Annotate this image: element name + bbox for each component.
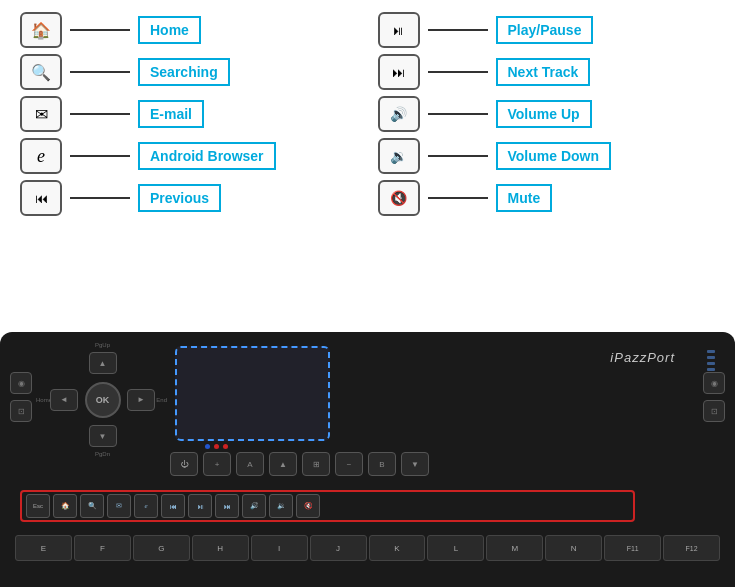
side-right-btn-1[interactable]: ◉ xyxy=(703,372,725,394)
connector xyxy=(428,29,488,31)
key-g[interactable]: G xyxy=(133,535,190,561)
ctrl-screen[interactable]: ⊞ xyxy=(302,452,330,476)
dpad-left[interactable]: ◄ xyxy=(50,389,78,411)
pgdn-label: PgDn xyxy=(95,451,110,457)
led-dot-1 xyxy=(205,444,210,449)
previous-label: Previous xyxy=(138,184,221,212)
dpad-up[interactable]: ▲ xyxy=(89,352,117,374)
vol-bar-2 xyxy=(707,356,715,359)
side-right-btn-2[interactable]: ⊡ xyxy=(703,400,725,422)
mini-key-volup[interactable]: 🔊 xyxy=(242,494,266,518)
next-track-key-icon: ⏭ xyxy=(378,54,420,90)
mute-key-icon: 🔇 xyxy=(378,180,420,216)
special-key-row: Esc 🏠 🔍 ✉ e ⏮ ⏯ ⏭ 🔊 🔉 🔇 xyxy=(20,490,635,522)
ctrl-row: ⏻ + A ▲ ⊞ − B ▼ xyxy=(170,452,429,476)
ctrl-power[interactable]: ⏻ xyxy=(170,452,198,476)
dpad: PgUp ▲ Home ◄ OK ► End ▼ PgDn xyxy=(50,352,155,447)
side-buttons-right: ◉ ⊡ xyxy=(703,372,725,422)
ctrl-minus[interactable]: − xyxy=(335,452,363,476)
mini-key-playpause[interactable]: ⏯ xyxy=(188,494,212,518)
email-key-icon: ✉ xyxy=(20,96,62,132)
dpad-ok[interactable]: OK xyxy=(85,382,121,418)
key-f[interactable]: F xyxy=(74,535,131,561)
side-buttons-left: ◉ ⊡ xyxy=(10,372,32,422)
vol-bar-1 xyxy=(707,350,715,353)
volume-up-label: Volume Up xyxy=(496,100,592,128)
legend-item-volume-up: 🔊 Volume Up xyxy=(378,96,716,132)
led-dot-2 xyxy=(214,444,219,449)
legend-item-previous: ⏮ Previous xyxy=(20,180,358,216)
play-pause-label: Play/Pause xyxy=(496,16,594,44)
key-j[interactable]: J xyxy=(310,535,367,561)
home-key-icon: 🏠 xyxy=(20,12,62,48)
home-label: Home xyxy=(138,16,201,44)
ctrl-a[interactable]: A xyxy=(236,452,264,476)
searching-label: Searching xyxy=(138,58,230,86)
key-n[interactable]: N xyxy=(545,535,602,561)
play-pause-key-icon: ⏯ xyxy=(378,12,420,48)
mini-key-search[interactable]: 🔍 xyxy=(80,494,104,518)
email-label: E-mail xyxy=(138,100,204,128)
ctrl-b[interactable]: B xyxy=(368,452,396,476)
connector xyxy=(428,155,488,157)
android-browser-label: Android Browser xyxy=(138,142,276,170)
previous-key-icon: ⏮ xyxy=(20,180,62,216)
search-key-icon: 🔍 xyxy=(20,54,62,90)
mini-key-next[interactable]: ⏭ xyxy=(215,494,239,518)
legend-item-volume-down: 🔉 Volume Down xyxy=(378,138,716,174)
mini-key-mute[interactable]: 🔇 xyxy=(296,494,320,518)
connector xyxy=(70,71,130,73)
legend-item-searching: 🔍 Searching xyxy=(20,54,358,90)
vol-bar-3 xyxy=(707,362,715,365)
mini-key-browser[interactable]: e xyxy=(134,494,158,518)
alpha-row: E F G H I J K L M N F11 F12 xyxy=(15,534,720,562)
connector xyxy=(70,29,130,31)
key-f12[interactable]: F12 xyxy=(663,535,720,561)
browser-key-icon: e xyxy=(20,138,62,174)
led-dots xyxy=(205,444,228,449)
dpad-down[interactable]: ▼ xyxy=(89,425,117,447)
legend-area: 🏠 Home 🔍 Searching ✉ E-mail e Android Br… xyxy=(0,0,735,224)
ctrl-plus[interactable]: + xyxy=(203,452,231,476)
legend-item-email: ✉ E-mail xyxy=(20,96,358,132)
key-f11[interactable]: F11 xyxy=(604,535,661,561)
legend-item-mute: 🔇 Mute xyxy=(378,180,716,216)
connector xyxy=(428,71,488,73)
connector xyxy=(70,113,130,115)
vol-bar-4 xyxy=(707,368,715,371)
connector xyxy=(428,197,488,199)
ctrl-up[interactable]: ▲ xyxy=(269,452,297,476)
brand-label: iPazzPort xyxy=(610,350,675,365)
connector xyxy=(428,113,488,115)
keyboard-image: iPazzPort PgUp ▲ Home ◄ OK ► End ▼ PgDn … xyxy=(0,332,735,587)
volume-down-label: Volume Down xyxy=(496,142,612,170)
mini-key-voldown[interactable]: 🔉 xyxy=(269,494,293,518)
mute-label: Mute xyxy=(496,184,553,212)
key-m[interactable]: M xyxy=(486,535,543,561)
end-label: End xyxy=(156,397,167,403)
legend-item-home: 🏠 Home xyxy=(20,12,358,48)
key-l[interactable]: L xyxy=(427,535,484,561)
key-k[interactable]: K xyxy=(369,535,426,561)
mini-key-mail[interactable]: ✉ xyxy=(107,494,131,518)
mini-key-prev[interactable]: ⏮ xyxy=(161,494,185,518)
legend-item-next-track: ⏭ Next Track xyxy=(378,54,716,90)
legend-left-col: 🏠 Home 🔍 Searching ✉ E-mail e Android Br… xyxy=(20,12,358,216)
key-h[interactable]: H xyxy=(192,535,249,561)
dpad-right[interactable]: ► xyxy=(127,389,155,411)
mini-key-esc[interactable]: Esc xyxy=(26,494,50,518)
side-left-btn-2[interactable]: ⊡ xyxy=(10,400,32,422)
pgup-label: PgUp xyxy=(95,342,110,348)
key-e[interactable]: E xyxy=(15,535,72,561)
led-dot-3 xyxy=(223,444,228,449)
touchpad[interactable] xyxy=(175,346,330,441)
side-left-btn-1[interactable]: ◉ xyxy=(10,372,32,394)
keyboard-inner: iPazzPort PgUp ▲ Home ◄ OK ► End ▼ PgDn … xyxy=(0,332,735,587)
ctrl-down[interactable]: ▼ xyxy=(401,452,429,476)
legend-right-col: ⏯ Play/Pause ⏭ Next Track 🔊 Volume Up 🔉 … xyxy=(378,12,716,216)
mini-key-home[interactable]: 🏠 xyxy=(53,494,77,518)
connector xyxy=(70,197,130,199)
legend-item-play-pause: ⏯ Play/Pause xyxy=(378,12,716,48)
key-i[interactable]: I xyxy=(251,535,308,561)
legend-item-android-browser: e Android Browser xyxy=(20,138,358,174)
